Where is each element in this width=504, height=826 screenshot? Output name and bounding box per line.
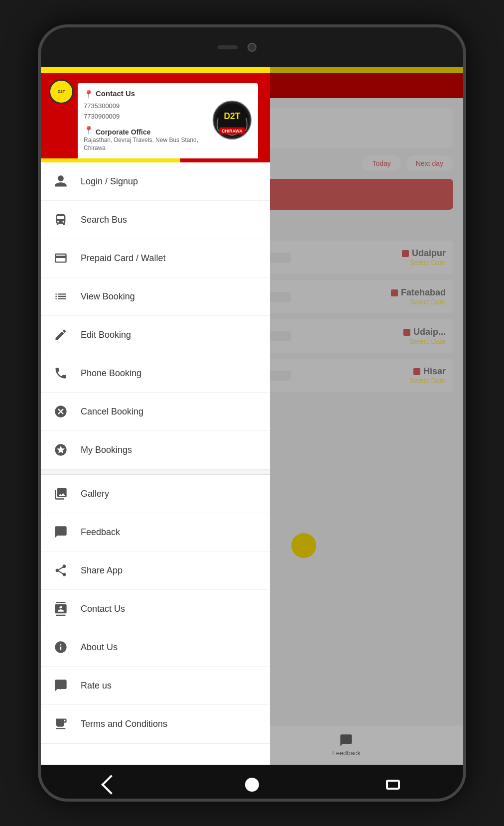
menu-item-edit-booking[interactable]: Edit Booking: [41, 316, 270, 354]
menu-item-share-app[interactable]: Share App: [41, 551, 270, 590]
menu-item-my-bookings[interactable]: My Bookings: [41, 431, 270, 469]
menu-label-phone-booking: Phone Booking: [81, 368, 141, 379]
edit-icon: [53, 327, 69, 343]
menu-label-edit-booking: Edit Booking: [81, 330, 131, 340]
drawer-yellow-top: [41, 67, 270, 73]
menu-label-search-bus: Search Bus: [81, 215, 127, 225]
menu-label-login: Login / Signup: [81, 176, 138, 187]
list-icon: [53, 288, 69, 304]
rate-icon: [53, 678, 69, 693]
phone2: 7730900009: [84, 112, 204, 122]
menu-item-view-booking[interactable]: View Booking: [41, 277, 270, 316]
bus-icon: [53, 212, 69, 228]
contact-icon: [53, 601, 69, 617]
brand-logo-badge: D2T CHIRAWA: [212, 100, 252, 142]
menu-item-cancel-booking[interactable]: Cancel Booking: [41, 393, 270, 431]
gallery-icon: [53, 486, 69, 502]
menu-item-rate-us[interactable]: Rate us: [41, 667, 270, 705]
menu-label-feedback: Feedback: [81, 527, 120, 538]
feedback-icon: [53, 524, 69, 540]
progress-bar: [41, 158, 270, 162]
menu-item-contact-us[interactable]: Contact Us: [41, 590, 270, 628]
contact-us-title: Contact Us: [96, 89, 135, 98]
menu-label-cancel-booking: Cancel Booking: [81, 407, 143, 417]
menu-item-phone-booking[interactable]: Phone Booking: [41, 354, 270, 393]
menu-label-my-bookings: My Bookings: [81, 445, 132, 455]
drawer-contact-card: 📍 Contact Us 7735300009 7730900009 📍 Cor…: [78, 83, 258, 158]
drawer-menu: Login / Signup Search Bus Prepaid Card /…: [41, 162, 270, 765]
menu-item-terms[interactable]: Terms and Conditions: [41, 705, 270, 743]
menu-item-gallery[interactable]: Gallery: [41, 475, 270, 513]
menu-label-prepaid: Prepaid Card / Wallet: [81, 253, 165, 264]
menu-label-gallery: Gallery: [81, 489, 109, 499]
menu-label-terms: Terms and Conditions: [81, 719, 167, 729]
phone1: 7735300009: [84, 101, 204, 112]
cancel-icon: [53, 404, 69, 419]
menu-section-1: Login / Signup Search Bus Prepaid Card /…: [41, 162, 270, 470]
device-nav-bar: [41, 765, 463, 802]
corporate-addr: Rajasthan, Devraj Travels, New Bus Stand…: [84, 136, 204, 153]
drawer-header: D2T 📍 Contact Us 7735300009 7730900009: [41, 67, 270, 162]
menu-label-share-app: Share App: [81, 565, 123, 576]
svg-text:CHIRAWA: CHIRAWA: [222, 128, 243, 133]
device: Today Next day BUSES Routes Udaipur Sele…: [38, 24, 466, 802]
menu-section-2: Gallery Feedback Share App: [41, 475, 270, 744]
logo-text: D2T: [57, 89, 65, 94]
phone-icon: [53, 365, 69, 381]
contact-text: 📍 Contact Us 7735300009 7730900009 📍 Cor…: [84, 89, 204, 152]
camera: [248, 43, 256, 52]
menu-item-feedback[interactable]: Feedback: [41, 513, 270, 551]
person-icon: [53, 173, 69, 189]
menu-label-about-us: About Us: [81, 642, 118, 653]
drawer-red-section: D2T 📍 Contact Us 7735300009 7730900009: [41, 73, 270, 158]
recents-button[interactable]: [386, 780, 400, 790]
menu-label-view-booking: View Booking: [81, 291, 135, 302]
device-top-bar: [41, 27, 463, 67]
menu-item-about-us[interactable]: About Us: [41, 628, 270, 667]
svg-text:D2T: D2T: [224, 111, 240, 121]
menu-separator: [41, 470, 270, 475]
screen: Today Next day BUSES Routes Udaipur Sele…: [41, 67, 463, 765]
navigation-drawer: D2T 📍 Contact Us 7735300009 7730900009: [41, 67, 270, 765]
card-icon: [53, 250, 69, 266]
corporate-title: Corporate Office: [96, 128, 150, 136]
back-button[interactable]: [102, 775, 122, 795]
share-icon: [53, 562, 69, 578]
terms-icon: [53, 716, 69, 732]
menu-item-search-bus[interactable]: Search Bus: [41, 201, 270, 239]
speaker: [218, 45, 238, 49]
menu-label-rate-us: Rate us: [81, 681, 112, 691]
star-icon: [53, 442, 69, 458]
home-button[interactable]: [245, 778, 259, 792]
drawer-logo: D2T: [49, 79, 74, 104]
menu-item-prepaid[interactable]: Prepaid Card / Wallet: [41, 239, 270, 277]
menu-label-contact-us: Contact Us: [81, 604, 125, 614]
yellow-progress: [41, 158, 180, 162]
menu-item-login[interactable]: Login / Signup: [41, 162, 270, 201]
info-icon: [53, 639, 69, 655]
red-progress: [180, 158, 270, 162]
